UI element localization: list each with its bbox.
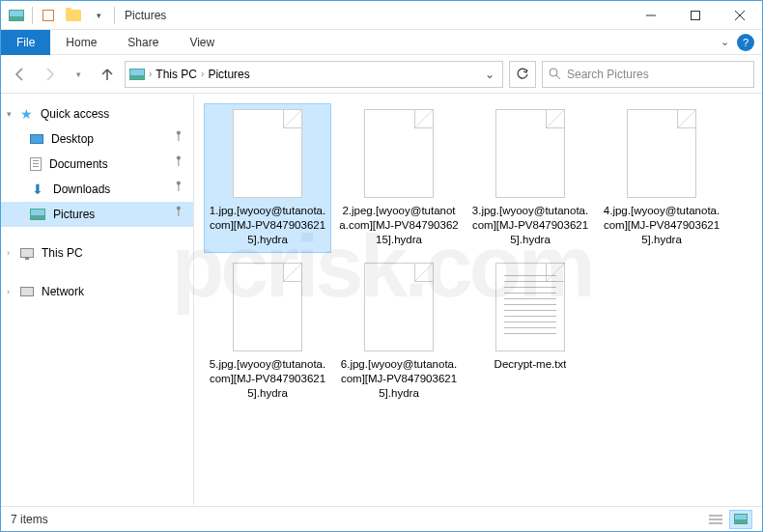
docs-icon [30, 157, 42, 171]
file-name: 3.jpg.[wyooy@tutanota.com][MJ-PV84790362… [470, 204, 590, 247]
window-title: Pictures [125, 9, 166, 22]
quick-access-toolbar: ▾ [1, 4, 121, 27]
file-thumbnail-icon [233, 263, 302, 351]
chevron-down-icon[interactable]: ▾ [7, 109, 12, 119]
search-placeholder: Search Pictures [567, 68, 649, 81]
breadcrumb-this-pc[interactable]: This PC [155, 68, 197, 81]
file-item[interactable]: 6.jpg.[wyooy@tutanota.com][MJ-PV84790362… [335, 257, 463, 406]
ribbon-expand-icon[interactable]: ⌄ [721, 36, 729, 48]
file-name: 5.jpg.[wyooy@tutanota.com][MJ-PV84790362… [208, 357, 327, 401]
forward-button[interactable] [38, 63, 61, 86]
chevron-right-icon[interactable]: › [7, 287, 10, 296]
breadcrumb-pictures[interactable]: Pictures [208, 68, 249, 81]
tab-share[interactable]: Share [112, 30, 174, 55]
sidebar-item-pictures[interactable]: Pictures [1, 202, 193, 227]
file-item[interactable]: 2.jpeg.[wyooy@tutanota.com][MJ-PV8479036… [335, 103, 463, 253]
file-grid: 1.jpg.[wyooy@tutanota.com][MJ-PV84790362… [204, 103, 752, 406]
tab-view[interactable]: View [174, 30, 230, 55]
navigation-pane: ▾ ★ Quick access DesktopDocuments⬇Downlo… [1, 94, 194, 505]
sidebar-item-label: Downloads [53, 182, 110, 196]
pin-icon [170, 204, 190, 224]
svg-line-13 [175, 210, 182, 216]
up-button[interactable] [96, 63, 119, 86]
file-name: 2.jpeg.[wyooy@tutanota.com][MJ-PV8479036… [339, 204, 459, 247]
file-item[interactable]: Decrypt-me.txt [466, 257, 594, 406]
window-controls [629, 1, 762, 30]
minimize-button[interactable] [629, 1, 673, 30]
ribbon: File Home Share View ⌄ ? [1, 30, 762, 55]
back-button[interactable] [9, 63, 32, 86]
nav-toolbar: ▾ › This PC › Pictures ⌄ Search Pictures [1, 55, 762, 94]
properties-icon[interactable] [37, 4, 60, 27]
refresh-button[interactable] [509, 61, 536, 88]
pc-icon [20, 248, 34, 258]
body: ▾ ★ Quick access DesktopDocuments⬇Downlo… [1, 94, 762, 505]
title-bar: ▾ Pictures [1, 1, 762, 30]
svg-line-11 [175, 184, 182, 191]
svg-point-4 [550, 69, 557, 76]
address-dropdown-icon[interactable]: ⌄ [481, 68, 498, 81]
chevron-right-icon[interactable]: › [149, 69, 152, 79]
svg-line-9 [175, 159, 182, 166]
maximize-button[interactable] [673, 1, 718, 30]
search-icon [549, 68, 561, 80]
sidebar-item-label: Documents [49, 157, 108, 171]
tab-home[interactable]: Home [50, 30, 112, 55]
file-name: Decrypt-me.txt [495, 357, 567, 372]
search-input[interactable]: Search Pictures [542, 61, 754, 88]
network-icon [20, 287, 34, 296]
new-folder-icon[interactable] [62, 4, 85, 27]
pin-icon [170, 154, 190, 174]
chevron-right-icon[interactable]: › [201, 69, 204, 79]
qat-dropdown-icon[interactable]: ▾ [87, 4, 110, 27]
file-thumbnail-icon [233, 109, 302, 198]
pin-icon [170, 179, 190, 199]
file-name: 1.jpg.[wyooy@tutanota.com][MJ-PV84790362… [208, 204, 327, 247]
file-thumbnail-icon [495, 263, 565, 351]
sidebar-item-documents[interactable]: Documents [1, 152, 193, 177]
file-name: 4.jpg.[wyooy@tutanota.com][MJ-PV84790362… [602, 204, 721, 247]
location-icon [129, 69, 145, 80]
address-bar[interactable]: › This PC › Pictures ⌄ [125, 61, 503, 88]
file-item[interactable]: 1.jpg.[wyooy@tutanota.com][MJ-PV84790362… [204, 103, 331, 253]
sidebar-item-label: Pictures [53, 208, 95, 221]
pictures-icon [30, 209, 45, 220]
sidebar-item-label: This PC [42, 246, 83, 260]
recent-dropdown-icon[interactable]: ▾ [67, 63, 90, 86]
status-bar: 7 items [1, 506, 762, 531]
pin-icon [170, 128, 190, 149]
sidebar-quick-access[interactable]: ▾ ★ Quick access [1, 101, 193, 126]
file-thumbnail-icon [495, 109, 565, 198]
details-view-button[interactable] [704, 510, 727, 529]
explorer-icon[interactable] [5, 4, 28, 27]
file-thumbnail-icon [364, 263, 434, 351]
sidebar-item-label: Network [42, 285, 84, 298]
file-item[interactable]: 5.jpg.[wyooy@tutanota.com][MJ-PV84790362… [204, 257, 331, 406]
desktop-icon [30, 134, 43, 144]
item-count: 7 items [11, 513, 48, 526]
file-tab[interactable]: File [1, 30, 50, 55]
star-icon: ★ [20, 106, 33, 122]
file-name: 6.jpg.[wyooy@tutanota.com][MJ-PV84790362… [339, 357, 459, 401]
sidebar-item-label: Desktop [51, 132, 94, 146]
file-item[interactable]: 3.jpg.[wyooy@tutanota.com][MJ-PV84790362… [466, 103, 594, 253]
file-item[interactable]: 4.jpg.[wyooy@tutanota.com][MJ-PV84790362… [598, 103, 725, 253]
sidebar-network[interactable]: › Network [1, 279, 193, 304]
svg-line-7 [175, 134, 182, 141]
thumbnails-view-button[interactable] [729, 510, 752, 529]
help-icon[interactable]: ? [737, 34, 754, 51]
file-thumbnail-icon [627, 109, 696, 198]
content-pane[interactable]: 1.jpg.[wyooy@tutanota.com][MJ-PV84790362… [194, 94, 762, 505]
download-icon: ⬇ [30, 182, 45, 197]
svg-rect-1 [692, 11, 700, 19]
svg-line-5 [556, 75, 560, 79]
sidebar-item-desktop[interactable]: Desktop [1, 126, 193, 152]
sidebar-item-downloads[interactable]: ⬇Downloads [1, 177, 193, 202]
sidebar-item-label: Quick access [41, 107, 109, 121]
file-thumbnail-icon [364, 109, 434, 198]
close-button[interactable] [718, 1, 762, 30]
chevron-right-icon[interactable]: › [7, 248, 10, 258]
sidebar-this-pc[interactable]: › This PC [1, 240, 193, 266]
